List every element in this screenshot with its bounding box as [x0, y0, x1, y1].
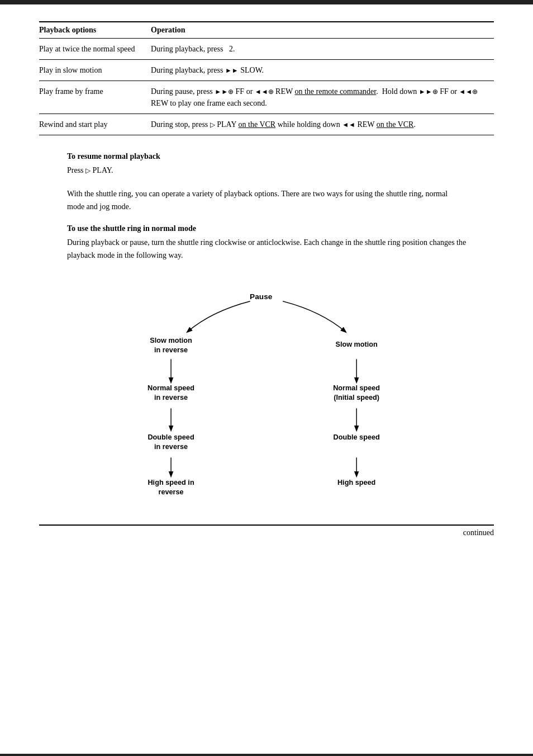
- operation-cell: During pause, press ►►⊕ FF or ◄◄⊕ REW on…: [151, 81, 494, 114]
- shuttle-normal-section: To use the shuttle ring in normal mode D…: [67, 224, 494, 262]
- node-double-rev: Double speed: [147, 433, 194, 441]
- node-high-rev-2: reverse: [158, 488, 183, 496]
- shuttle-intro-text: With the shuttle ring, you can operate a…: [67, 188, 466, 213]
- col-header-operation: Operation: [151, 22, 494, 39]
- operation-cell: During playback, press 2.: [151, 39, 494, 60]
- node-pause: Pause: [250, 292, 273, 301]
- content: Playback options Operation Play at twice…: [0, 4, 533, 560]
- option-cell: Play in slow motion: [39, 60, 151, 81]
- operation-cell: During playback, press ►► SLOW.: [151, 60, 494, 81]
- node-high-fwd: High speed: [337, 479, 375, 486]
- top-bar: [0, 0, 533, 4]
- node-normal-rev-2: in reverse: [154, 394, 188, 401]
- node-normal-fwd: Normal speed: [333, 384, 380, 392]
- shuttle-normal-heading: To use the shuttle ring in normal mode: [67, 224, 494, 233]
- page: Playback options Operation Play at twice…: [0, 0, 533, 756]
- node-high-rev: High speed in: [147, 479, 194, 486]
- shuttle-diagram: Pause Slow motion in reverse Slow motion…: [99, 273, 434, 508]
- continued-label: continued: [463, 528, 494, 537]
- operation-cell: During stop, press ▷ PLAY on the VCR whi…: [151, 114, 494, 135]
- table-row: Play in slow motion During playback, pre…: [39, 60, 494, 81]
- resume-text: Press ▷ PLAY.: [67, 164, 494, 177]
- shuttle-normal-text: During playback or pause, turn the shutt…: [67, 237, 494, 262]
- option-cell: Play frame by frame: [39, 81, 151, 114]
- node-normal-fwd-2: (Initial speed): [334, 394, 379, 401]
- continued-section: continued: [39, 525, 494, 537]
- playback-table: Playback options Operation Play at twice…: [39, 21, 494, 135]
- table-row: Play frame by frame During pause, press …: [39, 81, 494, 114]
- node-double-fwd: Double speed: [334, 433, 380, 441]
- node-slow-fwd: Slow motion: [335, 341, 377, 348]
- node-normal-rev: Normal speed: [147, 384, 194, 392]
- bottom-bar: [0, 754, 533, 756]
- option-cell: Rewind and start play: [39, 114, 151, 135]
- col-header-options: Playback options: [39, 22, 151, 39]
- table-row: Play at twice the normal speed During pl…: [39, 39, 494, 60]
- resume-heading: To resume normal playback: [67, 152, 494, 161]
- resume-section: To resume normal playback Press ▷ PLAY.: [67, 152, 494, 177]
- diagram-svg: Pause Slow motion in reverse Slow motion…: [99, 273, 434, 508]
- node-double-rev-2: in reverse: [154, 442, 188, 450]
- node-slow-rev: Slow motion: [150, 337, 192, 344]
- option-cell: Play at twice the normal speed: [39, 39, 151, 60]
- table-row: Rewind and start play During stop, press…: [39, 114, 494, 135]
- node-slow-rev-2: in reverse: [154, 346, 188, 354]
- shuttle-intro: With the shuttle ring, you can operate a…: [67, 188, 466, 213]
